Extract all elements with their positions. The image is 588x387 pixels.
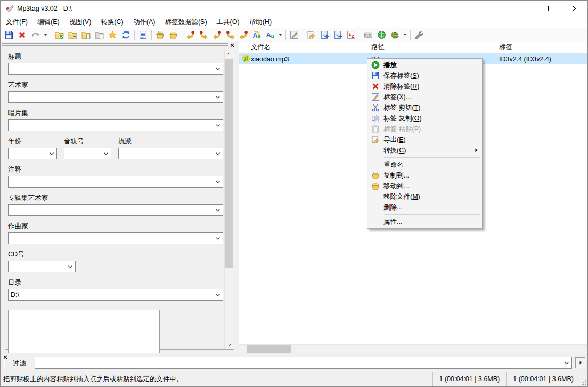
- copy-to-button[interactable]: [153, 29, 167, 41]
- filter-close-button[interactable]: [2, 354, 9, 360]
- web-sources-dropdown-button[interactable]: [402, 29, 409, 41]
- menu-help[interactable]: 帮助(H): [244, 16, 276, 28]
- add-directory-button[interactable]: [66, 29, 79, 41]
- year-dropdown-button[interactable]: [47, 148, 56, 159]
- context-menu-item-remove-file[interactable]: 移除文件(M): [368, 191, 482, 202]
- convert-textfile-tag-button[interactable]: [224, 29, 237, 41]
- track-input[interactable]: [64, 148, 104, 159]
- context-menu-item-export[interactable]: 导出(E): [368, 134, 482, 145]
- library-button[interactable]: [93, 29, 106, 41]
- directory-dropdown-button[interactable]: [213, 289, 223, 300]
- export-button[interactable]: [305, 29, 318, 41]
- cd-info-button[interactable]: [362, 29, 375, 41]
- menu-edit[interactable]: 编辑(E): [32, 16, 64, 28]
- menu-view[interactable]: 视图(V): [64, 16, 96, 28]
- filter-grip[interactable]: [4, 360, 7, 369]
- window-controls: [514, 1, 587, 16]
- quick-actions-dropdown-button[interactable]: [277, 29, 284, 41]
- context-menu-item-delete[interactable]: 删除...: [368, 202, 482, 213]
- web-sources-menu-button[interactable]: [388, 29, 402, 41]
- browse-directory-button[interactable]: [79, 29, 93, 41]
- web-sources-button[interactable]: [375, 29, 388, 41]
- column-header-filename[interactable]: 文件名: [239, 42, 367, 53]
- edit-tag-button[interactable]: [288, 29, 301, 41]
- scrollbar-thumb[interactable]: [247, 345, 291, 353]
- minimize-button[interactable]: [514, 1, 538, 16]
- undo-button[interactable]: [29, 29, 42, 41]
- artist-dropdown-button[interactable]: [213, 92, 223, 102]
- menu-tag-sources[interactable]: 标签数据源(S): [160, 16, 211, 28]
- context-menu-item-rename[interactable]: 重命名: [368, 159, 482, 170]
- tag-panel-toggle-button[interactable]: [136, 29, 150, 41]
- context-menu-item-properties[interactable]: 属性...: [368, 216, 482, 227]
- disc-dropdown-button[interactable]: [66, 261, 75, 272]
- context-menu-item-copy-to[interactable]: 复制到...: [368, 170, 482, 181]
- convert-filename-tag-button[interactable]: [197, 29, 210, 41]
- context-menu-item-move-to[interactable]: 移动到...: [368, 181, 482, 191]
- options-button[interactable]: [412, 29, 426, 41]
- file-name-cell: xiaodao.mp3: [239, 55, 367, 63]
- resize-grip[interactable]: [580, 372, 587, 386]
- composer-dropdown-button[interactable]: [213, 233, 223, 244]
- comment-input[interactable]: [9, 176, 216, 187]
- playlist-button[interactable]: [318, 29, 331, 41]
- directory-input[interactable]: [9, 289, 216, 300]
- menu-actions[interactable]: 动作(A): [128, 16, 160, 28]
- filter-apply-button[interactable]: [575, 357, 585, 368]
- filter-input[interactable]: [35, 357, 565, 368]
- year-input[interactable]: [9, 148, 50, 159]
- genre-dropdown-button[interactable]: [213, 148, 223, 159]
- context-menu-item-remove-tag[interactable]: 清除标签(R): [368, 81, 482, 92]
- title-dropdown-button[interactable]: [213, 63, 223, 74]
- maximize-button[interactable]: [538, 1, 563, 16]
- column-header-tag[interactable]: 标签: [495, 42, 587, 53]
- save-tag-button[interactable]: [2, 29, 15, 41]
- tag-panel-close-button[interactable]: [229, 42, 235, 49]
- filter-dropdown-button[interactable]: [562, 357, 571, 368]
- context-menu-item-convert[interactable]: 转换(C): [368, 145, 482, 156]
- tag-panel-grip[interactable]: [2, 43, 228, 47]
- title-input[interactable]: [9, 63, 216, 74]
- scrollbar-thumb[interactable]: [225, 59, 233, 268]
- quick-actions-button[interactable]: [264, 29, 277, 41]
- undo-icon: [31, 30, 40, 39]
- menu-file[interactable]: 文件(F): [1, 16, 32, 28]
- menu-tools[interactable]: 工具(O): [212, 16, 244, 28]
- album-input[interactable]: [9, 120, 216, 131]
- remove-tag-button[interactable]: [15, 29, 29, 41]
- main-area: 标题 艺术家 唱片集: [1, 42, 587, 353]
- album-artist-dropdown-button[interactable]: [213, 205, 223, 215]
- scroll-down-button[interactable]: [225, 340, 233, 349]
- column-header-path[interactable]: 路径: [367, 42, 495, 53]
- scroll-up-button[interactable]: [225, 49, 233, 58]
- convert-tag-filename-button[interactable]: [184, 29, 197, 41]
- change-directory-button[interactable]: [53, 29, 66, 41]
- disc-input[interactable]: [9, 261, 69, 272]
- composer-input[interactable]: [9, 233, 216, 244]
- convert-tag-tag-button[interactable]: [237, 29, 250, 41]
- context-menu-item-tag-copy[interactable]: 标签 复制(O): [368, 113, 482, 124]
- playlist-filename-button[interactable]: [331, 29, 345, 41]
- comment-dropdown-button[interactable]: [213, 176, 223, 187]
- context-menu-item-tag-cut[interactable]: 标签 剪切(T): [368, 102, 482, 113]
- track-dropdown-button[interactable]: [101, 148, 111, 159]
- move-to-button[interactable]: [167, 29, 180, 41]
- context-menu-item-edit-tag[interactable]: 标签(X)...: [368, 92, 482, 102]
- undo-dropdown-button[interactable]: [42, 29, 49, 41]
- context-menu-item-play[interactable]: 播放: [368, 60, 482, 70]
- actions-button[interactable]: [250, 29, 264, 41]
- convert-filename-filename-button[interactable]: [210, 29, 224, 41]
- scroll-right-button[interactable]: [578, 345, 587, 353]
- change-directory-icon: [55, 30, 64, 39]
- genre-input[interactable]: [119, 148, 216, 159]
- autonumbering-wizard-button[interactable]: [345, 29, 358, 41]
- artist-input[interactable]: [9, 92, 216, 102]
- favorites-button[interactable]: [106, 29, 119, 41]
- chevron-down-icon: [279, 34, 283, 36]
- refresh-button[interactable]: [119, 29, 133, 41]
- album-dropdown-button[interactable]: [213, 120, 223, 131]
- album-artist-input[interactable]: [9, 205, 216, 215]
- menu-convert[interactable]: 转换(C): [96, 16, 128, 28]
- close-button[interactable]: [563, 1, 587, 16]
- context-menu-item-save-tag[interactable]: 保存标签(S): [368, 70, 482, 81]
